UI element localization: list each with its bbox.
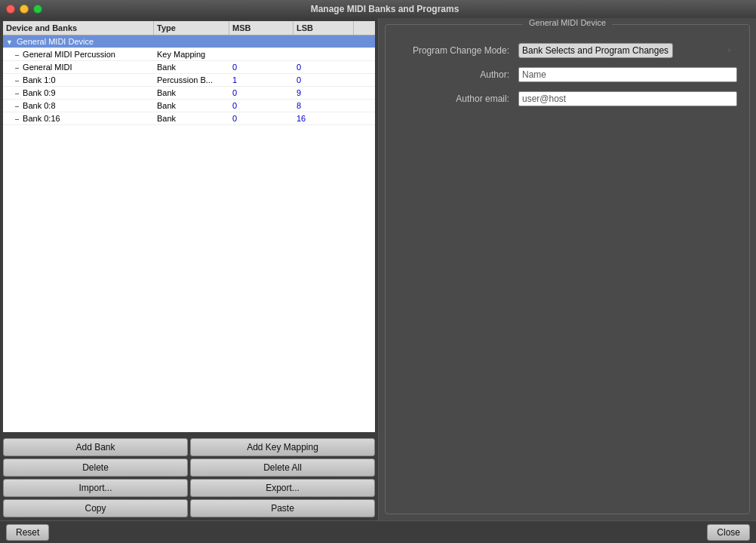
row-lsb: 0 [293, 61, 354, 73]
tree-row[interactable]: – Bank 0:9 Bank 0 9 [3, 87, 375, 100]
row-type: Bank [154, 100, 229, 112]
close-button-traffic[interactable] [6, 5, 15, 14]
right-panel-inner: General MIDI Device Program Change Mode:… [385, 24, 750, 514]
footer: Reset Close [0, 520, 756, 543]
button-row-3: Import... Export... [3, 479, 375, 497]
right-panel-content: Program Change Mode: Bank Selects and Pr… [386, 25, 749, 127]
row-name: – Bank 1:0 [3, 74, 154, 86]
minimize-button-traffic[interactable] [20, 5, 29, 14]
delete-all-button[interactable]: Delete All [190, 459, 375, 477]
expand-icon: – [15, 115, 19, 123]
col-header-msb: MSB [229, 21, 293, 35]
col-header-lsb: LSB [293, 21, 354, 35]
maximize-button-traffic[interactable] [33, 5, 42, 14]
right-panel-title: General MIDI Device [523, 18, 612, 27]
tree-row[interactable]: – General MIDI Bank 0 0 [3, 61, 375, 74]
author-label: Author: [398, 69, 518, 80]
row-msb: 0 [229, 112, 293, 124]
author-email-label: Author email: [398, 94, 518, 104]
row-msb [229, 40, 293, 43]
tree-header: Device and Banks Type MSB LSB [3, 21, 375, 35]
row-type: Bank [154, 61, 229, 73]
tree-row[interactable]: ▼ General MIDI Device [3, 35, 375, 48]
row-type: Key Mapping [154, 48, 229, 60]
row-lsb: 16 [293, 112, 354, 124]
delete-button[interactable]: Delete [3, 459, 188, 477]
row-type: Bank [154, 87, 229, 99]
tree-row[interactable]: – Bank 0:16 Bank 0 16 [3, 112, 375, 125]
button-bar: Add Bank Add Key Mapping Delete Delete A… [0, 435, 378, 520]
row-name: – Bank 0:16 [3, 112, 154, 124]
row-msb: 1 [229, 74, 293, 86]
button-row-1: Add Bank Add Key Mapping [3, 438, 375, 456]
row-name: – General MIDI [3, 61, 154, 73]
row-msb: 0 [229, 87, 293, 99]
row-name: – Bank 0:9 [3, 87, 154, 99]
row-msb: 0 [229, 61, 293, 73]
expand-icon: – [15, 77, 19, 84]
row-type [154, 40, 229, 43]
col-header-name: Device and Banks [3, 21, 154, 35]
row-msb: 0 [229, 100, 293, 112]
window-title: Manage MIDI Banks and Programs [47, 4, 723, 14]
button-row-2: Delete Delete All [3, 459, 375, 477]
row-lsb: 9 [293, 87, 354, 99]
row-msb [229, 53, 293, 56]
main-content: Device and Banks Type MSB LSB ▼ General … [0, 18, 756, 520]
author-input[interactable] [518, 67, 737, 82]
program-change-mode-wrapper: Bank Selects and Program Changes Only Ch… [518, 43, 737, 58]
button-row-4: Copy Paste [3, 499, 375, 517]
row-name: – General MIDI Percussion [3, 48, 154, 60]
expand-icon: ▼ [6, 38, 13, 46]
author-email-input[interactable] [518, 91, 737, 106]
left-panel: Device and Banks Type MSB LSB ▼ General … [0, 18, 379, 520]
export-button[interactable]: Export... [190, 479, 375, 497]
row-lsb: 8 [293, 100, 354, 112]
import-button[interactable]: Import... [3, 479, 188, 497]
tree-row[interactable]: – Bank 1:0 Percussion B... 1 0 [3, 74, 375, 87]
expand-icon: – [15, 64, 19, 72]
row-lsb [293, 53, 354, 56]
close-button[interactable]: Close [707, 524, 750, 541]
add-bank-button[interactable]: Add Bank [3, 438, 188, 456]
program-change-mode-row: Program Change Mode: Bank Selects and Pr… [398, 43, 737, 58]
row-type: Percussion B... [154, 74, 229, 86]
program-change-mode-select[interactable]: Bank Selects and Program Changes Only Ch… [518, 43, 673, 58]
expand-icon: – [15, 103, 19, 110]
row-lsb [293, 40, 354, 43]
tree-row[interactable]: – Bank 0:8 Bank 0 8 [3, 100, 375, 112]
right-panel: General MIDI Device Program Change Mode:… [379, 18, 756, 520]
program-change-mode-label: Program Change Mode: [398, 45, 518, 56]
title-bar: Manage MIDI Banks and Programs [0, 0, 756, 18]
tree-row[interactable]: – General MIDI Percussion Key Mapping [3, 48, 375, 61]
col-header-type: Type [154, 21, 229, 35]
author-row: Author: [398, 67, 737, 82]
row-name: ▼ General MIDI Device [3, 35, 154, 48]
device-banks-tree[interactable]: Device and Banks Type MSB LSB ▼ General … [3, 21, 375, 432]
row-lsb: 0 [293, 74, 354, 86]
add-key-mapping-button[interactable]: Add Key Mapping [190, 438, 375, 456]
author-email-row: Author email: [398, 91, 737, 106]
row-name: – Bank 0:8 [3, 100, 154, 112]
row-type: Bank [154, 112, 229, 124]
paste-button[interactable]: Paste [190, 499, 375, 517]
expand-icon: – [15, 90, 19, 97]
reset-button[interactable]: Reset [6, 524, 49, 541]
copy-button[interactable]: Copy [3, 499, 188, 517]
expand-icon: – [15, 51, 19, 59]
